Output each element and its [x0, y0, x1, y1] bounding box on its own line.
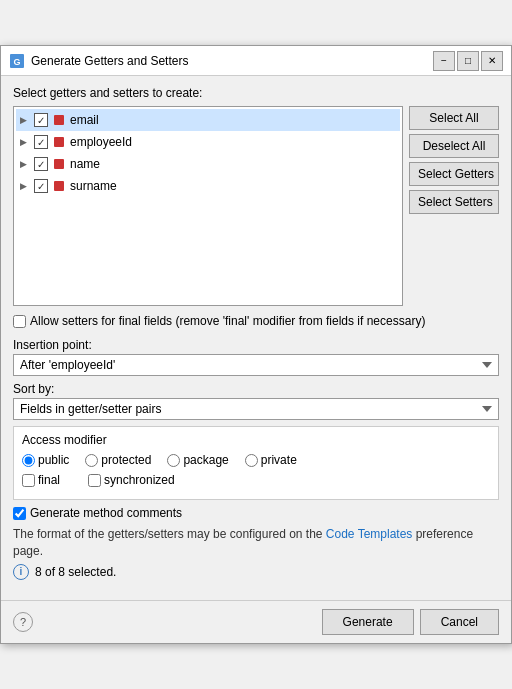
checkbox-surname[interactable] [34, 179, 48, 193]
select-all-button[interactable]: Select All [409, 106, 499, 130]
field-type-icon-email [52, 113, 66, 127]
radio-package-label: package [183, 453, 228, 467]
checkbox-employeeid[interactable] [34, 135, 48, 149]
insertion-point-dropdown[interactable]: After 'employeeId' [13, 354, 499, 376]
expand-arrow-surname: ▶ [20, 181, 34, 191]
info-text-before: The format of the getters/setters may be… [13, 527, 323, 541]
checkbox-final[interactable] [22, 474, 35, 487]
bottom-buttons: Generate Cancel [322, 609, 499, 635]
access-modifier-radios: public protected package private [22, 453, 490, 467]
insertion-point-label: Insertion point: [13, 338, 499, 352]
generate-comments-label: Generate method comments [30, 506, 182, 520]
info-icon: i [13, 564, 29, 580]
allow-setters-label: Allow setters for final fields (remove '… [30, 314, 425, 330]
allow-setters-row: Allow setters for final fields (remove '… [13, 314, 499, 330]
radio-private-label: private [261, 453, 297, 467]
access-modifier-title: Access modifier [22, 433, 490, 447]
deselect-all-button[interactable]: Deselect All [409, 134, 499, 158]
radio-protected-label: protected [101, 453, 151, 467]
field-name-name: name [70, 157, 100, 171]
radio-public-label: public [38, 453, 69, 467]
list-item[interactable]: ▶ email [16, 109, 400, 131]
bottom-bar: ? Generate Cancel [1, 600, 511, 643]
main-area: ▶ email ▶ employeeId ▶ name [13, 106, 499, 306]
checkbox-name[interactable] [34, 157, 48, 171]
select-getters-button[interactable]: Select Getters [409, 162, 499, 186]
expand-arrow-employeeid: ▶ [20, 137, 34, 147]
help-icon[interactable]: ? [13, 612, 33, 632]
minimize-button[interactable]: − [433, 51, 455, 71]
checkbox-synchronized-label: synchronized [104, 473, 175, 487]
cancel-button[interactable]: Cancel [420, 609, 499, 635]
radio-protected[interactable] [85, 454, 98, 467]
titlebar: G Generate Getters and Setters − □ ✕ [1, 46, 511, 76]
access-modifier-section: Access modifier public protected package… [13, 426, 499, 500]
field-type-icon-employeeid [52, 135, 66, 149]
expand-arrow-email: ▶ [20, 115, 34, 125]
insertion-point-row: Insertion point: After 'employeeId' [13, 338, 499, 376]
button-panel: Select All Deselect All Select Getters S… [409, 106, 499, 306]
maximize-button[interactable]: □ [457, 51, 479, 71]
svg-text:G: G [13, 57, 20, 67]
checkbox-synchronized[interactable] [88, 474, 101, 487]
info-text: The format of the getters/setters may be… [13, 526, 499, 560]
close-button[interactable]: ✕ [481, 51, 503, 71]
radio-public[interactable] [22, 454, 35, 467]
radio-item-public: public [22, 453, 69, 467]
titlebar-controls: − □ ✕ [433, 51, 503, 71]
window-title: Generate Getters and Setters [31, 54, 433, 68]
list-item[interactable]: ▶ employeeId [16, 131, 400, 153]
list-item[interactable]: ▶ name [16, 153, 400, 175]
window-icon: G [9, 53, 25, 69]
allow-setters-checkbox[interactable] [13, 315, 26, 328]
select-setters-button[interactable]: Select Setters [409, 190, 499, 214]
section-label: Select getters and setters to create: [13, 86, 499, 100]
main-window: G Generate Getters and Setters − □ ✕ Sel… [0, 45, 512, 643]
checkbox-final-label: final [38, 473, 60, 487]
status-text: 8 of 8 selected. [35, 565, 116, 579]
field-name-surname: surname [70, 179, 117, 193]
sort-by-row: Sort by: Fields in getter/setter pairs [13, 382, 499, 420]
list-item[interactable]: ▶ surname [16, 175, 400, 197]
radio-item-private: private [245, 453, 297, 467]
field-list[interactable]: ▶ email ▶ employeeId ▶ name [13, 106, 403, 306]
check-item-final: final [22, 473, 60, 487]
extra-checks-row: final synchronized [22, 473, 490, 487]
field-name-email: email [70, 113, 99, 127]
generate-button[interactable]: Generate [322, 609, 414, 635]
field-type-icon-surname [52, 179, 66, 193]
generate-comments-row: Generate method comments [13, 506, 499, 520]
generate-comments-checkbox[interactable] [13, 507, 26, 520]
status-row: i 8 of 8 selected. [13, 564, 499, 580]
sort-by-dropdown[interactable]: Fields in getter/setter pairs [13, 398, 499, 420]
radio-item-package: package [167, 453, 228, 467]
dialog-content: Select getters and setters to create: ▶ … [1, 76, 511, 599]
radio-item-protected: protected [85, 453, 151, 467]
checkbox-email[interactable] [34, 113, 48, 127]
check-item-synchronized: synchronized [88, 473, 175, 487]
radio-private[interactable] [245, 454, 258, 467]
radio-package[interactable] [167, 454, 180, 467]
code-templates-link[interactable]: Code Templates [326, 527, 413, 541]
field-name-employeeid: employeeId [70, 135, 132, 149]
sort-by-label: Sort by: [13, 382, 499, 396]
expand-arrow-name: ▶ [20, 159, 34, 169]
field-type-icon-name [52, 157, 66, 171]
